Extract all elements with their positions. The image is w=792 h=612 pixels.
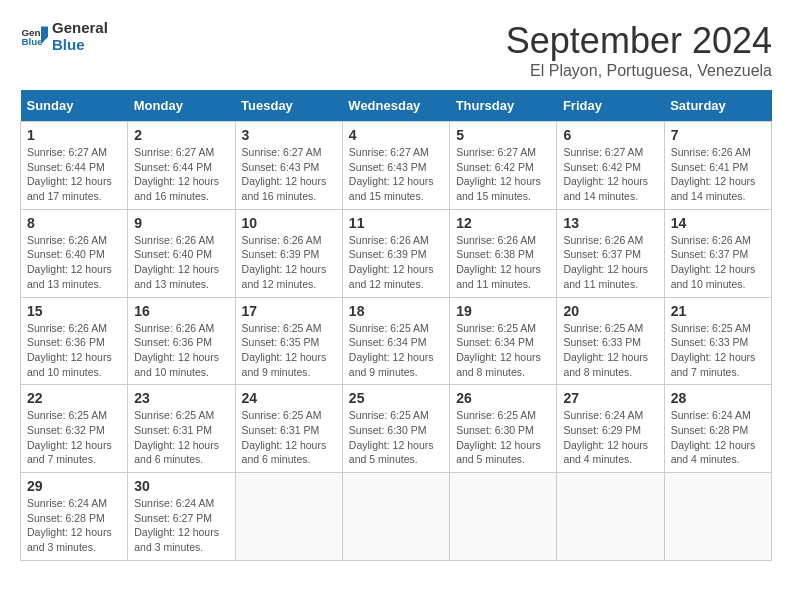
day-info: Sunrise: 6:27 AMSunset: 6:42 PMDaylight:… — [563, 145, 657, 204]
logo-blue: Blue — [52, 37, 108, 54]
day-number: 15 — [27, 303, 121, 319]
day-info: Sunrise: 6:27 AMSunset: 6:43 PMDaylight:… — [349, 145, 443, 204]
day-number: 13 — [563, 215, 657, 231]
calendar-cell: 26Sunrise: 6:25 AMSunset: 6:30 PMDayligh… — [450, 385, 557, 473]
day-info: Sunrise: 6:24 AMSunset: 6:27 PMDaylight:… — [134, 496, 228, 555]
day-number: 30 — [134, 478, 228, 494]
location-title: El Playon, Portuguesa, Venezuela — [506, 62, 772, 80]
day-number: 20 — [563, 303, 657, 319]
day-number: 8 — [27, 215, 121, 231]
header-monday: Monday — [128, 90, 235, 122]
day-info: Sunrise: 6:25 AMSunset: 6:33 PMDaylight:… — [563, 321, 657, 380]
calendar-cell: 16Sunrise: 6:26 AMSunset: 6:36 PMDayligh… — [128, 297, 235, 385]
day-info: Sunrise: 6:26 AMSunset: 6:40 PMDaylight:… — [27, 233, 121, 292]
header-thursday: Thursday — [450, 90, 557, 122]
logo: General Blue General Blue — [20, 20, 108, 53]
day-info: Sunrise: 6:27 AMSunset: 6:43 PMDaylight:… — [242, 145, 336, 204]
header-wednesday: Wednesday — [342, 90, 449, 122]
calendar-cell: 15Sunrise: 6:26 AMSunset: 6:36 PMDayligh… — [21, 297, 128, 385]
day-info: Sunrise: 6:26 AMSunset: 6:40 PMDaylight:… — [134, 233, 228, 292]
calendar-cell: 7Sunrise: 6:26 AMSunset: 6:41 PMDaylight… — [664, 122, 771, 210]
title-section: September 2024 El Playon, Portuguesa, Ve… — [506, 20, 772, 80]
day-info: Sunrise: 6:26 AMSunset: 6:36 PMDaylight:… — [134, 321, 228, 380]
day-info: Sunrise: 6:25 AMSunset: 6:30 PMDaylight:… — [456, 408, 550, 467]
day-info: Sunrise: 6:25 AMSunset: 6:31 PMDaylight:… — [242, 408, 336, 467]
calendar-cell: 8Sunrise: 6:26 AMSunset: 6:40 PMDaylight… — [21, 209, 128, 297]
day-number: 19 — [456, 303, 550, 319]
calendar-cell: 29Sunrise: 6:24 AMSunset: 6:28 PMDayligh… — [21, 473, 128, 561]
header-tuesday: Tuesday — [235, 90, 342, 122]
day-number: 1 — [27, 127, 121, 143]
day-number: 3 — [242, 127, 336, 143]
calendar-week-4: 22Sunrise: 6:25 AMSunset: 6:32 PMDayligh… — [21, 385, 772, 473]
day-number: 9 — [134, 215, 228, 231]
logo-icon: General Blue — [20, 23, 48, 51]
day-number: 2 — [134, 127, 228, 143]
calendar-table: SundayMondayTuesdayWednesdayThursdayFrid… — [20, 90, 772, 561]
day-number: 22 — [27, 390, 121, 406]
calendar-cell: 30Sunrise: 6:24 AMSunset: 6:27 PMDayligh… — [128, 473, 235, 561]
day-info: Sunrise: 6:25 AMSunset: 6:32 PMDaylight:… — [27, 408, 121, 467]
day-number: 14 — [671, 215, 765, 231]
day-info: Sunrise: 6:25 AMSunset: 6:34 PMDaylight:… — [349, 321, 443, 380]
calendar-cell — [235, 473, 342, 561]
calendar-cell: 17Sunrise: 6:25 AMSunset: 6:35 PMDayligh… — [235, 297, 342, 385]
day-number: 4 — [349, 127, 443, 143]
day-info: Sunrise: 6:26 AMSunset: 6:39 PMDaylight:… — [242, 233, 336, 292]
header-saturday: Saturday — [664, 90, 771, 122]
calendar-cell: 10Sunrise: 6:26 AMSunset: 6:39 PMDayligh… — [235, 209, 342, 297]
day-number: 27 — [563, 390, 657, 406]
calendar-week-5: 29Sunrise: 6:24 AMSunset: 6:28 PMDayligh… — [21, 473, 772, 561]
month-title: September 2024 — [506, 20, 772, 62]
calendar-cell — [342, 473, 449, 561]
calendar-week-1: 1Sunrise: 6:27 AMSunset: 6:44 PMDaylight… — [21, 122, 772, 210]
day-number: 25 — [349, 390, 443, 406]
calendar-cell: 13Sunrise: 6:26 AMSunset: 6:37 PMDayligh… — [557, 209, 664, 297]
day-number: 5 — [456, 127, 550, 143]
calendar-cell — [664, 473, 771, 561]
day-info: Sunrise: 6:25 AMSunset: 6:33 PMDaylight:… — [671, 321, 765, 380]
day-number: 12 — [456, 215, 550, 231]
calendar-cell — [557, 473, 664, 561]
day-info: Sunrise: 6:27 AMSunset: 6:44 PMDaylight:… — [134, 145, 228, 204]
day-info: Sunrise: 6:25 AMSunset: 6:34 PMDaylight:… — [456, 321, 550, 380]
day-info: Sunrise: 6:26 AMSunset: 6:37 PMDaylight:… — [671, 233, 765, 292]
day-info: Sunrise: 6:24 AMSunset: 6:28 PMDaylight:… — [671, 408, 765, 467]
day-info: Sunrise: 6:24 AMSunset: 6:29 PMDaylight:… — [563, 408, 657, 467]
day-info: Sunrise: 6:25 AMSunset: 6:30 PMDaylight:… — [349, 408, 443, 467]
calendar-cell: 19Sunrise: 6:25 AMSunset: 6:34 PMDayligh… — [450, 297, 557, 385]
day-number: 10 — [242, 215, 336, 231]
calendar-cell: 3Sunrise: 6:27 AMSunset: 6:43 PMDaylight… — [235, 122, 342, 210]
calendar-cell: 12Sunrise: 6:26 AMSunset: 6:38 PMDayligh… — [450, 209, 557, 297]
calendar-cell: 11Sunrise: 6:26 AMSunset: 6:39 PMDayligh… — [342, 209, 449, 297]
calendar-cell: 22Sunrise: 6:25 AMSunset: 6:32 PMDayligh… — [21, 385, 128, 473]
calendar-cell: 5Sunrise: 6:27 AMSunset: 6:42 PMDaylight… — [450, 122, 557, 210]
day-number: 28 — [671, 390, 765, 406]
day-number: 16 — [134, 303, 228, 319]
day-number: 24 — [242, 390, 336, 406]
calendar-cell: 1Sunrise: 6:27 AMSunset: 6:44 PMDaylight… — [21, 122, 128, 210]
calendar-week-3: 15Sunrise: 6:26 AMSunset: 6:36 PMDayligh… — [21, 297, 772, 385]
svg-text:Blue: Blue — [21, 36, 43, 47]
day-number: 7 — [671, 127, 765, 143]
calendar-cell: 4Sunrise: 6:27 AMSunset: 6:43 PMDaylight… — [342, 122, 449, 210]
day-info: Sunrise: 6:26 AMSunset: 6:37 PMDaylight:… — [563, 233, 657, 292]
day-info: Sunrise: 6:25 AMSunset: 6:31 PMDaylight:… — [134, 408, 228, 467]
calendar-cell: 27Sunrise: 6:24 AMSunset: 6:29 PMDayligh… — [557, 385, 664, 473]
header-sunday: Sunday — [21, 90, 128, 122]
svg-marker-2 — [41, 26, 48, 44]
day-number: 18 — [349, 303, 443, 319]
calendar-cell: 21Sunrise: 6:25 AMSunset: 6:33 PMDayligh… — [664, 297, 771, 385]
calendar-cell: 9Sunrise: 6:26 AMSunset: 6:40 PMDaylight… — [128, 209, 235, 297]
day-number: 26 — [456, 390, 550, 406]
day-number: 23 — [134, 390, 228, 406]
calendar-cell — [450, 473, 557, 561]
day-number: 6 — [563, 127, 657, 143]
calendar-cell: 23Sunrise: 6:25 AMSunset: 6:31 PMDayligh… — [128, 385, 235, 473]
header-row: SundayMondayTuesdayWednesdayThursdayFrid… — [21, 90, 772, 122]
calendar-cell: 24Sunrise: 6:25 AMSunset: 6:31 PMDayligh… — [235, 385, 342, 473]
calendar-week-2: 8Sunrise: 6:26 AMSunset: 6:40 PMDaylight… — [21, 209, 772, 297]
day-number: 11 — [349, 215, 443, 231]
day-info: Sunrise: 6:26 AMSunset: 6:41 PMDaylight:… — [671, 145, 765, 204]
day-info: Sunrise: 6:26 AMSunset: 6:38 PMDaylight:… — [456, 233, 550, 292]
